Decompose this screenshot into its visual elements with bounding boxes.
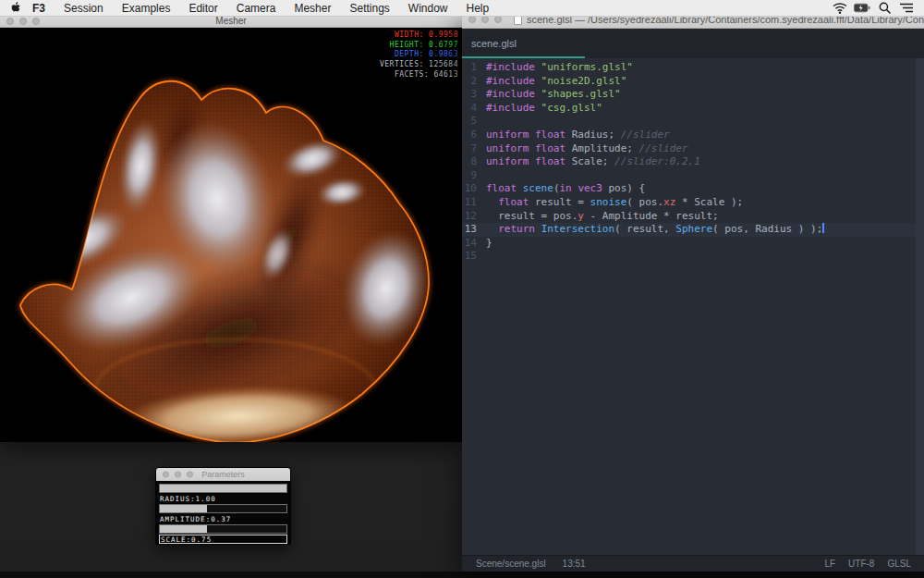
menu-item-window[interactable]: Window [399, 0, 457, 17]
parameters-titlebar[interactable]: Parameters [156, 468, 290, 481]
parameters-window: Parameters RADIUS:1.00AMPLITUDE:0.37SCAL… [155, 467, 291, 545]
close-button[interactable] [468, 16, 476, 23]
radius-value-label: RADIUS:1.00 [159, 494, 287, 503]
close-button[interactable] [6, 18, 14, 25]
line-number: 5 [462, 115, 486, 129]
status-utf8[interactable]: UTF-8 [848, 559, 874, 569]
mesher-titlebar[interactable]: Mesher [0, 15, 462, 28]
line-content: #include "shapes.glsl" [486, 88, 621, 102]
line-content: uniform float Scale; //slider:0,2,1 [486, 155, 700, 169]
line-content: } [486, 237, 492, 251]
menu-bar-status-area [832, 1, 924, 16]
code-line-14: 14} [462, 237, 924, 251]
window-traffic-lights [468, 16, 502, 23]
code-line-4: 4#include "csg.glsl" [462, 102, 924, 116]
tab-label: scene.glsl [471, 38, 517, 49]
code-line-2: 2#include "noise2D.glsl" [462, 75, 924, 89]
wifi-icon[interactable] [832, 1, 848, 16]
line-number: 2 [462, 75, 486, 89]
code-line-3: 3#include "shapes.glsl" [462, 88, 924, 102]
line-number: 9 [462, 169, 486, 183]
editor-status-bar: Scene/scene.glsl 13:51 LFUTF-8GLSL [462, 555, 924, 572]
line-number: 1 [462, 61, 486, 75]
line-content: #include "noise2D.glsl" [486, 75, 626, 89]
editor-window: scene.glsl — /Users/syedrezaali/Library/… [462, 11, 924, 572]
editor-scrollbar[interactable] [916, 58, 924, 555]
line-number: 13 [462, 223, 486, 237]
line-number: 10 [462, 182, 486, 196]
code-line-8: 8uniform float Scale; //slider:0,2,1 [462, 155, 924, 169]
status-cursor-position: 13:51 [563, 559, 586, 569]
tab-scene-glsl[interactable]: scene.glsl [462, 29, 585, 58]
line-number: 6 [462, 129, 486, 142]
line-content: #include "csg.glsl" [486, 102, 602, 116]
window-traffic-lights [6, 18, 40, 25]
code-line-10: 10float scene(in vec3 pos) { [462, 182, 924, 196]
stat-height: HEIGHT: 0.6797 [380, 41, 458, 51]
code-line-13: 13 return Intersection( result, Sphere( … [462, 223, 924, 237]
slider-fill [160, 505, 207, 512]
menu-item-session[interactable]: Session [55, 0, 113, 17]
scale-slider[interactable] [159, 524, 287, 534]
menu-item-editor[interactable]: Editor [179, 0, 226, 17]
line-number: 7 [462, 142, 486, 156]
menu-item-mesher[interactable]: Mesher [285, 0, 340, 17]
minimize-button[interactable] [175, 472, 181, 478]
menu-item-examples[interactable]: Examples [113, 0, 180, 17]
stat-depth: DEPTH: 0.9863 [380, 50, 458, 60]
menu-app-name[interactable]: F3 [23, 0, 55, 17]
battery-charging-icon[interactable] [854, 1, 870, 16]
code-line-9: 9 [462, 169, 924, 183]
close-button[interactable] [163, 472, 169, 478]
text-cursor [822, 223, 824, 233]
scale-value-label: SCALE:0.75 [159, 535, 287, 544]
line-number: 12 [462, 210, 486, 224]
code-line-5: 5 [462, 115, 924, 129]
desktop-bottom-edge [0, 572, 924, 578]
slider-fill [160, 525, 207, 533]
line-number: 3 [462, 88, 486, 102]
line-content: uniform float Radius; //slider [486, 129, 670, 142]
zoom-button[interactable] [187, 472, 193, 478]
zoom-button[interactable] [494, 16, 502, 23]
menu-list-icon[interactable] [898, 1, 915, 16]
amplitude-value-label: AMPLITUDE:0.37 [159, 514, 287, 523]
radius-slider[interactable] [159, 484, 287, 493]
code-line-12: 12 result = pos.y - Amplitude * result; [462, 210, 924, 224]
code-line-7: 7uniform float Amplitude; //slider [462, 142, 924, 156]
line-number: 11 [462, 196, 486, 210]
line-number: 14 [462, 237, 486, 251]
mesh-viewport[interactable]: WIDTH: 0.9958HEIGHT: 0.6797DEPTH: 0.9863… [0, 28, 462, 442]
code-editor-area[interactable]: 1#include "uniforms.glsl"2#include "nois… [462, 58, 924, 555]
stat-facets: FACETS: 64613 [380, 70, 458, 80]
status-glsl[interactable]: GLSL [887, 559, 911, 569]
menu-item-camera[interactable]: Camera [227, 0, 286, 17]
line-content: float scene(in vec3 pos) { [486, 182, 645, 196]
line-content: return Intersection( result, Sphere( pos… [486, 223, 824, 237]
code-line-15: 15 [462, 250, 924, 264]
mesh-stats: WIDTH: 0.9958HEIGHT: 0.6797DEPTH: 0.9863… [380, 31, 458, 80]
stat-width: WIDTH: 0.9958 [380, 31, 458, 41]
line-number: 15 [462, 250, 486, 264]
minimize-button[interactable] [19, 18, 27, 25]
amplitude-slider[interactable] [159, 504, 287, 513]
menu-bar: F3 SessionExamplesEditorCameraMesherSett… [0, 0, 924, 17]
apple-menu-icon[interactable] [11, 2, 21, 14]
line-content: uniform float Amplitude; //slider [486, 142, 688, 156]
search-icon[interactable] [876, 1, 893, 16]
line-number: 4 [462, 102, 486, 116]
status-lf[interactable]: LF [824, 559, 835, 569]
mesh-render [0, 28, 462, 442]
code-line-1: 1#include "uniforms.glsl" [462, 61, 924, 75]
mesher-window: Mesher [0, 15, 462, 442]
menu-item-help[interactable]: Help [457, 0, 499, 17]
window-traffic-lights [163, 472, 193, 478]
minimize-button[interactable] [481, 16, 489, 23]
parameters-window-title: Parameters [201, 470, 245, 479]
menu-item-settings[interactable]: Settings [340, 0, 398, 17]
zoom-button[interactable] [32, 18, 40, 25]
code-line-11: 11 float result = snoise( pos.xz * Scale… [462, 196, 924, 210]
line-content: result = pos.y - Amplitude * result; [486, 210, 719, 224]
stat-vertices: VERTICES: 125684 [380, 60, 458, 70]
mesher-window-title: Mesher [215, 16, 246, 26]
